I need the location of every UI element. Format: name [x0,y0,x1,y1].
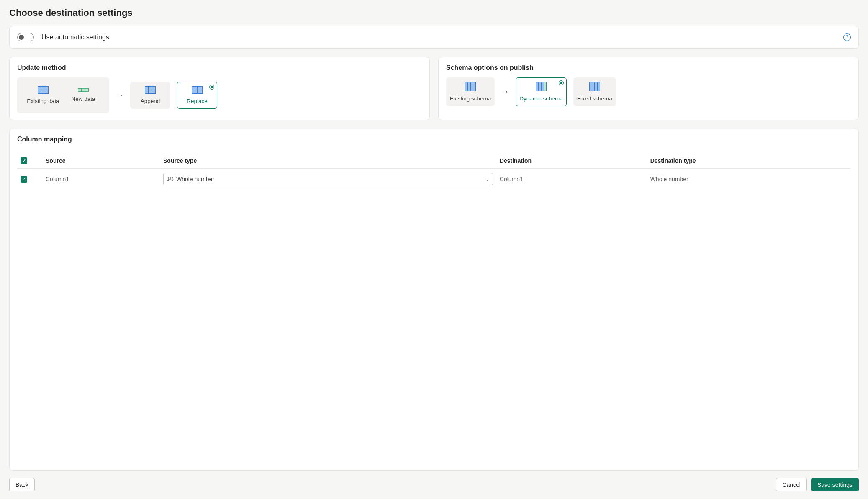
schema-options-card: Schema options on publish Existing schem… [438,57,859,120]
arrow-right-icon: → [501,87,509,96]
dynamic-schema-label: Dynamic schema [519,95,563,102]
selected-radio-icon [209,85,214,90]
auto-settings-toggle[interactable] [17,33,34,41]
new-data-label: New data [71,96,95,102]
existing-schema-label: Existing schema [450,95,491,102]
new-data-icon [78,88,89,92]
footer: Back Cancel Save settings [0,471,868,499]
existing-schema-tile: Existing schema [446,77,495,106]
header-source-type: Source type [160,153,496,169]
cancel-button[interactable]: Cancel [776,478,807,491]
arrow-right-icon: → [116,91,123,100]
existing-data-tile: Existing data [23,82,63,109]
column-mapping-card: Column mapping ✓ Source Source type Dest… [9,129,859,471]
number-type-icon: 1²3 [167,177,174,182]
toggle-knob-icon [19,35,24,40]
replace-icon [192,86,203,94]
new-data-tile: New data [63,82,103,109]
replace-option[interactable]: Replace [177,82,217,109]
update-method-card: Update method Existing data New data → A… [9,57,430,120]
select-all-checkbox[interactable]: ✓ [21,157,27,164]
source-type-select[interactable]: 1²3 Whole number ⌄ [163,173,493,185]
fixed-schema-label: Fixed schema [577,95,612,102]
fixed-schema-option[interactable]: Fixed schema [573,77,616,106]
update-method-title: Update method [17,64,422,72]
dynamic-schema-option[interactable]: Dynamic schema [516,77,567,106]
schema-options-title: Schema options on publish [446,64,851,72]
fixed-schema-icon [589,82,600,91]
cell-source: Column1 [42,169,160,190]
header-destination: Destination [496,153,647,169]
existing-data-icon [38,86,49,94]
auto-settings-card: Use automatic settings ? [9,26,859,49]
save-settings-button[interactable]: Save settings [811,478,859,491]
column-mapping-title: Column mapping [17,136,851,143]
back-button[interactable]: Back [9,478,35,491]
append-label: Append [141,98,160,104]
source-type-value: Whole number [176,176,214,183]
page-title: Choose destination settings [9,8,859,18]
existing-schema-icon [465,82,476,91]
existing-new-data-group: Existing data New data [17,77,109,113]
append-icon [145,86,156,94]
dynamic-schema-icon [536,82,547,91]
row-checkbox[interactable]: ✓ [21,176,27,183]
column-mapping-table: ✓ Source Source type Destination Destina… [17,153,851,190]
table-row: ✓ Column1 1²3 Whole number ⌄ Column1 [17,169,851,190]
selected-radio-icon [559,80,564,85]
cell-destination: Column1 [496,169,647,190]
auto-settings-label: Use automatic settings [41,33,109,41]
append-option[interactable]: Append [130,82,170,109]
replace-label: Replace [187,98,208,104]
help-icon[interactable]: ? [843,33,851,41]
cell-destination-type: Whole number [647,169,851,190]
existing-data-label: Existing data [27,98,59,104]
chevron-down-icon: ⌄ [485,176,489,182]
header-source: Source [42,153,160,169]
header-destination-type: Destination type [647,153,851,169]
